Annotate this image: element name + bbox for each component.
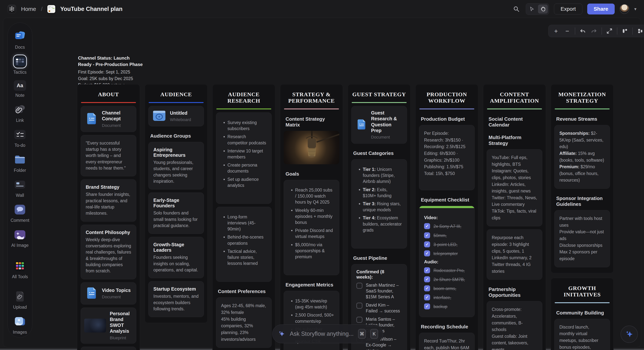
breadcrumb-separator: / [41, 6, 42, 12]
platforms-card[interactable]: YouTube: Full eps, highlights, BTS Insta… [487, 149, 542, 226]
sidebar-item-todo[interactable]: To-do [14, 128, 26, 148]
note-card-audience-group[interactable]: Growth-Stage Leaders Founders seeking in… [148, 237, 204, 278]
sidebar-item-comment[interactable]: Comment [10, 204, 29, 223]
note-line: Partner with tools host uses [560, 215, 605, 228]
document-card-channel-concept[interactable]: Channel Concept Document [81, 106, 136, 132]
breadcrumb-home[interactable]: Home [21, 6, 36, 12]
platform-line: TikTok: Tips, facts, viral clips [492, 208, 537, 221]
guest-name: Sarah Martinez – SaaS founder, $15M Seri… [366, 282, 402, 300]
panel-accent-rule [487, 108, 542, 110]
sidebar-item-wall[interactable]: Wall [14, 178, 26, 198]
note-card-demographics[interactable]: Ages 22-45, 68% male, 32% female 45% bui… [216, 297, 272, 348]
user-avatar[interactable] [620, 4, 629, 14]
bullet-card-content-formats[interactable]: Long-form interviews (45-90min) Behind-t… [216, 207, 272, 282]
select-tool-button[interactable] [527, 4, 537, 14]
export-button[interactable]: Export [554, 4, 582, 14]
panel-title: STRATEGY & PERFORMANCE [280, 84, 343, 108]
sidebar-item-folder[interactable]: Folder [14, 154, 26, 173]
note-title: Brand Strategy [86, 184, 131, 190]
checkbox-checked[interactable] [424, 285, 430, 291]
sidebar-item-tactics[interactable]: Tactics [13, 55, 26, 75]
document-card-guest-research[interactable]: Guest Research & Question Prep Document [351, 106, 407, 144]
checkbox-checked[interactable] [424, 304, 430, 310]
blueprint-card[interactable]: The Anti-Brand Exercise Blueprint [81, 346, 136, 350]
bullet-card-guest-tiers[interactable]: Tier 1: Unicorn founders (Stripe, Airbnb… [351, 159, 407, 248]
checkbox-unchecked[interactable] [356, 283, 362, 289]
note-card-quote[interactable]: "Every successful startup has a story wo… [81, 135, 136, 176]
search-button[interactable] [512, 4, 521, 14]
checkbox-checked[interactable] [424, 232, 430, 238]
checkbox-checked[interactable] [424, 276, 430, 282]
sidebar-item-label: Folder [14, 168, 26, 173]
document-card-video-topics[interactable]: Video Topics Document [81, 282, 136, 304]
checkbox-checked[interactable] [424, 250, 430, 256]
card-title: Guest Research & Question Prep [371, 110, 403, 134]
budget-card[interactable]: Per Episode: Research: 3h/$150 · Recordi… [419, 125, 475, 190]
bullet-card-goals[interactable]: Reach 25,000 subs / 150,000 watch hours … [284, 180, 339, 275]
section-label: Guest Categories [353, 150, 405, 156]
ai-assistant-button[interactable] [620, 326, 638, 343]
zoom-out-button[interactable]: − [564, 27, 571, 35]
note-title: Content Philosophy [86, 230, 131, 235]
ask-ai-bar[interactable]: Ask Storyflow anything... ⌘ K [272, 324, 383, 343]
sidebar-item-link[interactable]: Link [14, 104, 26, 123]
revenue-card[interactable]: Sponsorships: $2-5K/ep (SaaS, services, … [554, 125, 610, 189]
checkbox-checked[interactable] [424, 223, 430, 229]
layout-view-button[interactable] [636, 27, 644, 35]
sidebar-item-docs[interactable]: Docs [14, 30, 26, 50]
budget-line: Editing: 6h/$300 · Graphics: 2h/$100 [424, 150, 470, 164]
images-icon [14, 315, 26, 328]
checkbox-unchecked[interactable] [356, 317, 362, 323]
zoom-in-button[interactable]: + [552, 27, 560, 35]
equipment-checklist-card[interactable]: Video: 2x Sony A7 III, 50mm, 3-point LED… [419, 206, 475, 317]
fit-view-button[interactable] [606, 27, 613, 35]
chevron-down-icon[interactable]: ▾ [634, 6, 636, 12]
recording-schedule-card[interactable]: Record Tue/Thur, 2hr each, publish Mon 6… [419, 333, 475, 350]
microphone-image[interactable] [284, 131, 339, 164]
sidebar-item-note[interactable]: Aa Note [14, 80, 26, 98]
redo-button[interactable] [590, 27, 598, 35]
note-card-audience-group[interactable]: Startup Ecosystem Investors, mentors, an… [148, 281, 204, 317]
board-view-button[interactable] [621, 27, 628, 35]
layout-icon [637, 28, 644, 34]
community-card[interactable]: Discord launch, monthly virtual meetups,… [554, 319, 610, 350]
partnership-card[interactable]: Cross-promote: Accelerators, communities… [487, 301, 542, 350]
equipment-item: Rodecaster Pro, [434, 268, 465, 274]
bullet-item: $5,000/mo via sponsorships & premium [295, 242, 334, 260]
checklist-heading: Video: [424, 215, 470, 220]
whiteboard-card-untitled[interactable]: Untitled Whiteboard [148, 106, 204, 126]
bullet-card-research-tasks[interactable]: Survey existing subscribers Research com… [216, 112, 272, 204]
checkbox-checked[interactable] [424, 294, 430, 300]
checkbox-checked[interactable] [424, 241, 430, 247]
note-card-content-philosophy[interactable]: Content Philosophy Weekly deep-dive conv… [81, 224, 136, 279]
share-button[interactable]: Share [587, 4, 615, 14]
sidebar-item-images[interactable]: Images [13, 315, 27, 335]
column-stack: CONTENT AMPLIFICATION Social Content Cal… [483, 84, 546, 350]
sidebar-item-label: All Tools [12, 274, 28, 279]
folder-icon [14, 154, 26, 166]
note-card-brand-strategy[interactable]: Brand Strategy Share founder insights, p… [81, 179, 136, 222]
sidebar-item-upload[interactable]: Upload [13, 290, 27, 310]
bullet-item: Create persona documents [228, 162, 266, 174]
document-icon [84, 286, 98, 300]
note-card-audience-group[interactable]: Early-Stage Founders Solo founders and s… [148, 192, 204, 234]
checkbox-unchecked[interactable] [356, 303, 362, 309]
equipment-item: backup [434, 304, 448, 310]
bullet-item: Research competitor podcasts [228, 134, 266, 146]
panel-audience-research: AUDIENCE RESEARCH Survey existing subscr… [212, 84, 275, 350]
repurpose-card[interactable]: Repurpose each episode: 3 highlight clip… [487, 229, 542, 280]
sidebar-item-ai-image[interactable]: AI Image [11, 228, 28, 248]
blueprint-card[interactable]: Personal Brand SWOT Analysis Blueprint [81, 308, 136, 344]
undo-button[interactable] [579, 27, 586, 35]
sidebar-item-label: To-do [14, 143, 26, 148]
sponsor-guidelines-card[interactable]: Partner with tools host uses Provide val… [554, 210, 610, 267]
sidebar-item-all-tools[interactable]: All Tools [12, 260, 28, 279]
ask-input-placeholder: Ask Storyflow anything... [290, 330, 354, 337]
page-thumbnail-icon [47, 5, 55, 13]
note-body: Share founder insights, practical lesson… [86, 191, 131, 216]
checkbox-checked[interactable] [424, 267, 430, 273]
page-title[interactable]: YouTube Channel plan [60, 6, 122, 12]
app-logo[interactable] [8, 5, 16, 13]
hand-tool-button[interactable] [538, 4, 548, 14]
note-card-audience-group[interactable]: Aspiring Entrepreneurs Young professiona… [148, 142, 204, 190]
